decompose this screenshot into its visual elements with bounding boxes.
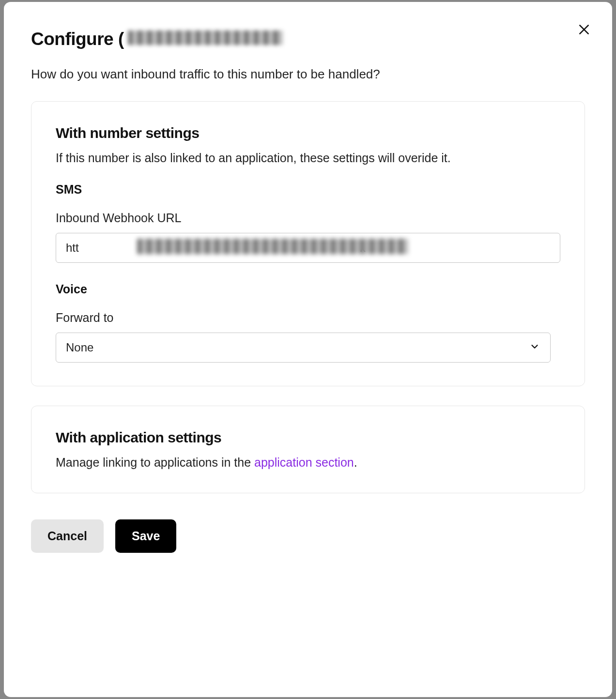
modal-title: Configure ( bbox=[31, 29, 585, 49]
number-settings-card: With number settings If this number is a… bbox=[31, 101, 585, 386]
application-settings-card: With application settings Manage linking… bbox=[31, 406, 585, 493]
voice-section-label: Voice bbox=[56, 282, 560, 296]
app-desc-prefix: Manage linking to applications in the bbox=[56, 456, 254, 469]
forward-to-label: Forward to bbox=[56, 311, 560, 325]
inbound-webhook-label: Inbound Webhook URL bbox=[56, 211, 560, 225]
sms-section-label: SMS bbox=[56, 182, 560, 197]
modal-footer: Cancel Save bbox=[31, 519, 585, 553]
number-settings-desc: If this number is also linked to an appl… bbox=[56, 151, 560, 165]
close-button[interactable] bbox=[573, 19, 595, 41]
modal-subtitle: How do you want inbound traffic to this … bbox=[31, 67, 585, 82]
configure-number-modal: Configure ( How do you want inbound traf… bbox=[4, 2, 612, 697]
inbound-webhook-input[interactable] bbox=[56, 233, 560, 263]
forward-to-select[interactable]: None bbox=[56, 333, 551, 363]
application-section-link[interactable]: application section bbox=[254, 456, 354, 469]
redacted-phone-number bbox=[128, 30, 283, 45]
cancel-button[interactable]: Cancel bbox=[31, 519, 104, 553]
save-button[interactable]: Save bbox=[115, 519, 176, 553]
number-settings-title: With number settings bbox=[56, 125, 560, 141]
title-prefix: Configure ( bbox=[31, 29, 124, 49]
application-settings-desc: Manage linking to applications in the ap… bbox=[56, 456, 560, 470]
application-settings-title: With application settings bbox=[56, 429, 560, 446]
app-desc-suffix: . bbox=[354, 456, 357, 469]
close-icon bbox=[578, 23, 590, 37]
